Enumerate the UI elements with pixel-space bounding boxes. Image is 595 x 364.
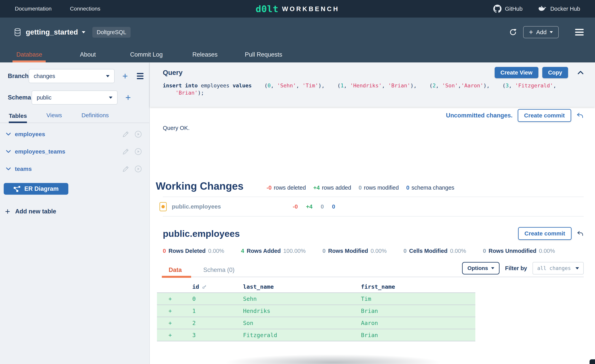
sidebar-tabs: Tables Views Definitions [0,112,149,123]
menu-icon[interactable] [575,29,584,35]
table-cell: Fitzgerald [243,332,361,338]
github-label: GitHub [505,6,523,12]
results-area: Uncommitted changes. Create commit Query… [150,107,595,364]
tab-database[interactable]: Database [0,47,59,63]
top-nav: Documentation Connections d0lt WORKBENCH… [0,0,595,18]
count-added: +4 [306,203,312,210]
sidebar-tab-definitions[interactable]: Definitions [81,112,109,123]
chevron-down-icon[interactable] [6,150,11,153]
tab-about[interactable]: About [59,47,117,63]
schema-select[interactable]: public [32,91,118,105]
branch-menu-icon[interactable] [137,73,143,79]
chevron-down-icon[interactable] [6,133,11,136]
undo-icon[interactable] [576,112,584,119]
table-row-teams: teams [6,160,142,177]
branch-select[interactable]: changes [29,69,115,83]
stat-cells-modified: 0Cells Modified0.00% [404,248,466,254]
create-commit-button[interactable]: Create commit [518,109,571,122]
header-tabs: Database About Commit Log Releases Pull … [0,47,595,63]
sidebar-tab-views[interactable]: Views [46,112,62,123]
er-diagram-icon [14,186,21,192]
sql-query-editor[interactable]: insert into employees values (0, 'Sehn',… [163,82,584,96]
count-deleted: -0 [293,203,298,210]
options-label: Options [467,265,488,271]
nav-link-documentation[interactable]: Documentation [15,6,51,12]
filter-select-value: all changes [537,265,571,271]
edit-pencil-icon[interactable] [122,148,129,155]
table-cell: Hendriks [243,308,361,314]
play-icon[interactable] [135,165,142,173]
filter-select[interactable]: all changes [532,262,584,274]
row-added-marker: + [157,332,183,338]
query-title: Query [163,69,183,77]
database-name[interactable]: getting_started [26,28,78,36]
active-tab-underline [13,61,46,63]
table-name[interactable]: employees [15,131,45,138]
table-cell: 2 [183,320,243,326]
collapse-chevron-up-icon[interactable] [577,71,584,75]
table-cell: Sehn [243,295,361,302]
diff-data-table: id last_name first_name +0SehnTim+1Hendr… [157,281,475,341]
table-row: +0SehnTim [157,293,475,305]
create-commit-button[interactable]: Create commit [518,227,572,240]
nav-link-connections[interactable]: Connections [70,6,100,12]
sidebar-tab-tables[interactable]: Tables [9,112,27,123]
table-cell: 0 [183,295,243,302]
working-changes-stats: -0rows deleted +4rows added 0rows modifi… [267,185,454,191]
table-cell: Tim [361,295,475,302]
modified-status-icon [159,202,167,211]
diff-stats-row: 0Rows Deleted0.00% 4Rows Added100.00% 0R… [163,248,584,254]
er-diagram-button[interactable]: ER Diagram [4,183,68,195]
table-name[interactable]: teams [15,166,32,172]
tab-releases[interactable]: Releases [176,47,234,63]
table-name[interactable]: employees_teams [15,148,65,155]
create-view-button[interactable]: Create View [495,67,538,78]
schema-caret-down-icon [109,97,113,99]
copy-button[interactable]: Copy [542,67,568,78]
undo-icon[interactable] [577,230,584,237]
github-icon [493,5,502,13]
database-header-row: getting_started DoltgreSQL + Add [0,18,595,47]
add-branch-button[interactable]: + [122,71,128,81]
add-schema-button[interactable]: + [125,93,131,102]
working-changes-header: Working Changes -0rows deleted +4rows ad… [156,180,584,192]
chevron-down-icon[interactable] [6,167,11,170]
tab-data[interactable]: Data [169,266,182,273]
plus-icon: + [5,207,10,216]
tab-commit-log[interactable]: Commit Log [117,47,176,63]
table-header-row: id last_name first_name [157,281,475,292]
github-link[interactable]: GitHub [493,5,523,13]
add-button[interactable]: + Add [523,26,559,38]
play-icon[interactable] [135,148,142,155]
row-added-marker: + [157,308,183,314]
row-added-marker: + [157,320,183,326]
er-diagram-label: ER Diagram [24,185,59,192]
add-new-table-button[interactable]: + Add new table [5,207,149,216]
database-caret-down-icon[interactable] [82,31,85,33]
stat-rows-unmodified: 0Rows Unmodified0.00% [483,248,555,254]
table-cell: Brian [361,308,475,314]
refresh-icon[interactable] [509,28,517,36]
play-icon[interactable] [135,131,142,138]
bottom-right-widget [589,359,595,364]
count-schema: 0 [332,203,335,210]
stat-rows-deleted: 0Rows Deleted0.00% [163,248,224,254]
tab-schema[interactable]: Schema (0) [203,266,234,273]
edit-pencil-icon[interactable] [122,131,129,138]
docker-hub-link[interactable]: Docker Hub [538,5,580,12]
branch-label: Branch [8,73,29,80]
row-added-marker: + [157,295,183,302]
schema-label: Schema [8,94,32,101]
table-cell: Son [243,320,361,326]
count-modified: 0 [321,203,324,210]
options-button[interactable]: Options [462,262,500,274]
changed-table-row[interactable]: public.employees -0 +4 0 0 [159,197,584,216]
scroll-shadow [179,351,488,364]
active-tab-underline [162,276,191,278]
branch-select-value: changes [34,73,55,79]
tab-pull-requests[interactable]: Pull Requests [234,47,293,63]
top-nav-right: GitHub Docker Hub [493,5,580,13]
edit-pencil-icon[interactable] [122,166,129,172]
table-cell: 3 [183,332,243,338]
content-area: Branch changes + Schema public + Tables … [0,63,595,364]
